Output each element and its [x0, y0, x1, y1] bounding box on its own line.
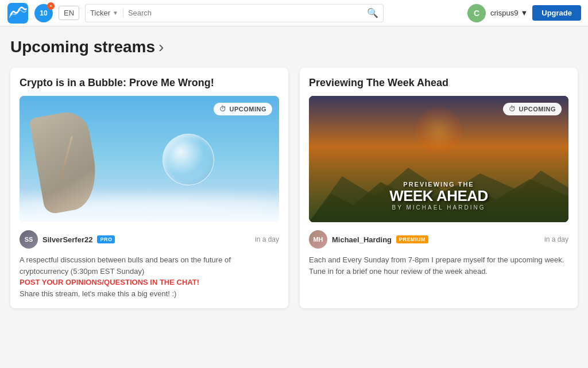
- card-1-desc-line1: A respectful discussion between bulls an…: [20, 254, 279, 277]
- card-2-author-name: Michael_Harding: [332, 235, 392, 244]
- card-1-title: Crypto is in a Bubble: Prove Me Wrong!: [20, 77, 279, 89]
- stream-card-1[interactable]: Crypto is in a Bubble: Prove Me Wrong! ⏱…: [10, 68, 288, 308]
- logo[interactable]: [7, 2, 29, 24]
- navbar: 10 + EN Ticker ▼ 🔍 C crispus9 ▼ Upgrade: [0, 0, 588, 26]
- ticker-dropdown[interactable]: Ticker ▼: [90, 9, 123, 17]
- username-label: crispus9: [490, 9, 518, 17]
- card-2-premium-badge: PREMIUM: [396, 235, 428, 243]
- page-title-text: Upcoming streams: [10, 38, 155, 56]
- card-2-author-left: MH Michael_Harding PREMIUM: [309, 230, 428, 249]
- card-1-description: A respectful discussion between bulls an…: [20, 254, 279, 299]
- card-1-author-name: SilverSerfer22: [42, 235, 92, 244]
- search-icon[interactable]: 🔍: [367, 7, 378, 18]
- card-2-time: in a day: [544, 235, 568, 243]
- cards-grid: Crypto is in a Bubble: Prove Me Wrong! ⏱…: [10, 68, 578, 308]
- svg-rect-0: [7, 3, 28, 24]
- card-1-pro-badge: PRO: [97, 235, 115, 243]
- notification-plus-icon: +: [47, 2, 55, 10]
- card-1-author-avatar: SS: [20, 230, 38, 249]
- clock-icon-2: ⏱: [509, 105, 516, 113]
- card-1-upcoming-badge: ⏱ UPCOMING: [214, 103, 272, 115]
- page-title: Upcoming streams ›: [10, 38, 578, 56]
- search-bar: Ticker ▼ 🔍: [85, 4, 384, 22]
- clock-icon: ⏱: [219, 105, 227, 113]
- search-input[interactable]: [128, 9, 367, 17]
- upgrade-button[interactable]: Upgrade: [532, 5, 581, 21]
- card-2-thumb-text: PREVIEWING THE WEEK AHEAD BY MICHAEL HAR…: [389, 181, 488, 211]
- ticker-label: Ticker: [90, 9, 110, 17]
- upcoming-label-2: UPCOMING: [519, 106, 556, 113]
- upcoming-label-1: UPCOMING: [230, 106, 267, 113]
- thumb-week-ahead: WEEK AHEAD: [389, 188, 488, 204]
- user-dropdown-icon: ▼: [520, 9, 528, 17]
- card-2-description: Each and Every Sunday from 7-8pm I prepa…: [309, 254, 568, 277]
- card-1-thumbnail: ⏱ UPCOMING: [20, 96, 279, 222]
- navbar-right: C crispus9 ▼ Upgrade: [467, 4, 581, 22]
- page-title-arrow: ›: [158, 38, 164, 56]
- notification-count: 10: [40, 9, 47, 17]
- card-1-time: in a day: [255, 235, 279, 243]
- card-1-author-row: SS SilverSerfer22 PRO in a day: [20, 230, 279, 249]
- card-2-author-avatar: MH: [309, 230, 327, 249]
- card-1-desc-line3: Share this stream, let's make this a big…: [20, 288, 279, 300]
- thumb-by-author: BY MICHAEL HARDING: [389, 204, 488, 211]
- card-2-author-row: MH Michael_Harding PREMIUM in a day: [309, 230, 568, 249]
- thumb-preview-label: PREVIEWING THE: [389, 181, 488, 188]
- card-2-title: Previewing The Week Ahead: [309, 77, 568, 89]
- notification-button[interactable]: 10 +: [34, 4, 53, 22]
- card-2-desc: Each and Every Sunday from 7-8pm I prepa…: [309, 254, 568, 277]
- ticker-caret-icon: ▼: [113, 10, 118, 16]
- language-button[interactable]: EN: [59, 6, 79, 20]
- stream-card-2[interactable]: Previewing The Week Ahead PREVIEWING THE…: [300, 68, 578, 308]
- user-avatar[interactable]: C: [467, 4, 486, 22]
- username-button[interactable]: crispus9 ▼: [490, 9, 528, 17]
- card-1-author-left: SS SilverSerfer22 PRO: [20, 230, 115, 249]
- card-2-thumbnail: PREVIEWING THE WEEK AHEAD BY MICHAEL HAR…: [309, 96, 568, 222]
- card-1-desc-line2: POST YOUR OPINIONS/QUESTIONS IN THE CHAT…: [20, 277, 279, 288]
- card-2-upcoming-badge: ⏱ UPCOMING: [503, 103, 562, 115]
- main-content: Upcoming streams › Crypto is in a Bubble…: [1, 26, 587, 320]
